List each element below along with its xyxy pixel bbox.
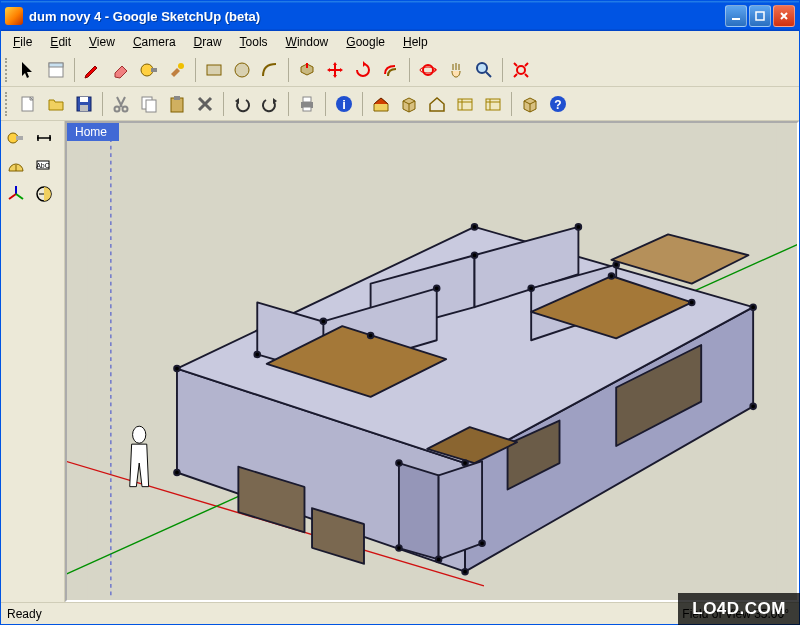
rect-icon xyxy=(204,60,224,80)
status-left: Ready xyxy=(7,607,682,621)
offset-icon xyxy=(381,60,401,80)
offset-tool[interactable] xyxy=(378,57,404,83)
paste[interactable] xyxy=(164,91,190,117)
close-button[interactable] xyxy=(773,5,795,27)
model-component[interactable] xyxy=(480,91,506,117)
svg-rect-7 xyxy=(207,65,221,75)
title-bar: dum novy 4 - Google SketchUp (beta) xyxy=(1,1,799,31)
arc-tool[interactable] xyxy=(257,57,283,83)
section-icon xyxy=(34,184,54,204)
svg-rect-22 xyxy=(174,96,180,100)
svg-point-64 xyxy=(689,300,695,306)
cut-icon xyxy=(111,94,131,114)
menu-file[interactable]: File xyxy=(5,33,40,51)
svg-point-12 xyxy=(517,66,525,74)
menu-help[interactable]: Help xyxy=(395,33,436,51)
app-icon xyxy=(5,7,23,25)
rotate-tool[interactable] xyxy=(350,57,376,83)
svg-point-45 xyxy=(174,470,180,476)
zoom-extents-tool[interactable] xyxy=(508,57,534,83)
info[interactable]: i xyxy=(331,91,357,117)
axes-tool[interactable] xyxy=(3,181,29,207)
open-file[interactable] xyxy=(43,91,69,117)
menu-view[interactable]: View xyxy=(81,33,123,51)
axes-icon xyxy=(6,184,26,204)
model-warehouse[interactable] xyxy=(396,91,422,117)
new-file[interactable] xyxy=(15,91,41,117)
dimension-tool[interactable] xyxy=(31,125,57,151)
svg-point-48 xyxy=(750,404,756,410)
svg-point-17 xyxy=(115,106,120,111)
menu-camera[interactable]: Camera xyxy=(125,33,184,51)
toolbar-primary xyxy=(1,53,799,87)
maximize-button[interactable] xyxy=(749,5,771,27)
menu-draw[interactable]: Draw xyxy=(186,33,230,51)
cursor-icon xyxy=(18,60,38,80)
template-tool[interactable] xyxy=(43,57,69,83)
move-tool[interactable] xyxy=(322,57,348,83)
model-home[interactable] xyxy=(368,91,394,117)
tape-measure[interactable] xyxy=(3,125,29,151)
open-icon xyxy=(46,94,66,114)
protractor-tool[interactable] xyxy=(3,153,29,179)
pushpull-tool[interactable] xyxy=(294,57,320,83)
minimize-button[interactable] xyxy=(725,5,747,27)
copy[interactable] xyxy=(136,91,162,117)
box3d-icon xyxy=(520,94,540,114)
cut[interactable] xyxy=(108,91,134,117)
pan-tool[interactable] xyxy=(443,57,469,83)
pan-icon xyxy=(446,60,466,80)
svg-point-62 xyxy=(434,285,440,291)
zoom-tool[interactable] xyxy=(471,57,497,83)
svg-point-51 xyxy=(396,545,402,551)
circle-tool[interactable] xyxy=(229,57,255,83)
component-box[interactable] xyxy=(517,91,543,117)
tape-tool[interactable] xyxy=(136,57,162,83)
section-tool[interactable] xyxy=(31,181,57,207)
select-tool[interactable] xyxy=(15,57,41,83)
model-new[interactable] xyxy=(452,91,478,117)
redo[interactable] xyxy=(257,91,283,117)
save-file[interactable] xyxy=(71,91,97,117)
zoom-icon xyxy=(474,60,494,80)
menu-tools[interactable]: Tools xyxy=(232,33,276,51)
text-icon: AbC xyxy=(34,156,54,176)
svg-point-46 xyxy=(462,569,468,575)
print[interactable] xyxy=(294,91,320,117)
menu-google[interactable]: Google xyxy=(338,33,393,51)
svg-rect-21 xyxy=(171,98,183,112)
menu-window[interactable]: Window xyxy=(278,33,337,51)
delete[interactable] xyxy=(192,91,218,117)
svg-rect-3 xyxy=(49,63,63,67)
house-icon xyxy=(371,94,391,114)
svg-point-44 xyxy=(174,366,180,372)
viewport[interactable]: Home xyxy=(65,121,799,602)
rectangle-tool[interactable] xyxy=(201,57,227,83)
svg-rect-24 xyxy=(303,97,311,102)
svg-rect-25 xyxy=(303,107,311,111)
template-icon xyxy=(46,60,66,80)
svg-point-6 xyxy=(178,63,184,69)
svg-rect-28 xyxy=(458,99,472,110)
pencil-icon xyxy=(83,60,103,80)
pencil-tool[interactable] xyxy=(80,57,106,83)
menu-edit[interactable]: Edit xyxy=(42,33,79,51)
paint-tool[interactable] xyxy=(164,57,190,83)
help[interactable]: ? xyxy=(545,91,571,117)
circle-icon xyxy=(232,60,252,80)
undo[interactable] xyxy=(229,91,255,117)
svg-point-8 xyxy=(235,63,249,77)
copy-icon xyxy=(139,94,159,114)
svg-rect-20 xyxy=(146,100,156,112)
svg-point-57 xyxy=(472,252,478,258)
text-tool[interactable]: AbC xyxy=(31,153,57,179)
svg-text:AbC: AbC xyxy=(36,162,50,169)
svg-point-18 xyxy=(123,106,128,111)
brush-icon xyxy=(167,60,187,80)
model-outline[interactable] xyxy=(424,91,450,117)
svg-rect-15 xyxy=(80,97,88,102)
svg-point-60 xyxy=(613,262,619,268)
orbit-tool[interactable] xyxy=(415,57,441,83)
redo-icon xyxy=(260,94,280,114)
eraser-tool[interactable] xyxy=(108,57,134,83)
